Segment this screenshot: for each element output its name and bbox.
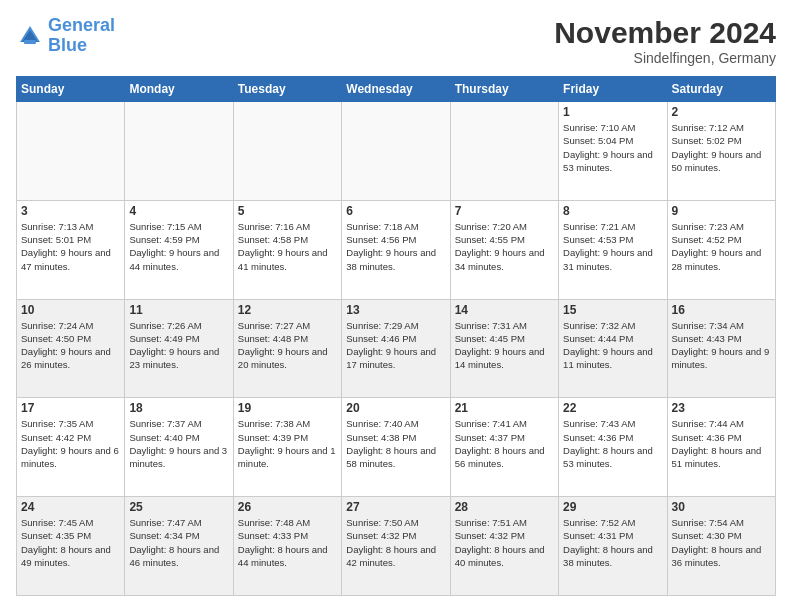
day-cell: 27Sunrise: 7:50 AMSunset: 4:32 PMDayligh… xyxy=(342,497,450,596)
day-cell: 13Sunrise: 7:29 AMSunset: 4:46 PMDayligh… xyxy=(342,299,450,398)
day-info: Sunrise: 7:29 AMSunset: 4:46 PMDaylight:… xyxy=(346,319,445,372)
logo-line2: Blue xyxy=(48,35,87,55)
daylight-label: Daylight: 8 hours xyxy=(129,544,203,555)
daylight-label: Daylight: 9 hours xyxy=(238,247,312,258)
day-info: Sunrise: 7:43 AMSunset: 4:36 PMDaylight:… xyxy=(563,417,662,470)
daylight-label: Daylight: 9 hours xyxy=(563,247,637,258)
page: General Blue November 2024 Sindelfingen,… xyxy=(0,0,792,612)
svg-rect-2 xyxy=(24,40,36,44)
day-number: 29 xyxy=(563,500,662,514)
day-cell: 10Sunrise: 7:24 AMSunset: 4:50 PMDayligh… xyxy=(17,299,125,398)
day-cell: 18Sunrise: 7:37 AMSunset: 4:40 PMDayligh… xyxy=(125,398,233,497)
day-cell xyxy=(342,102,450,201)
day-number: 16 xyxy=(672,303,771,317)
daylight-label: Daylight: 9 hours xyxy=(21,247,95,258)
day-info: Sunrise: 7:47 AMSunset: 4:34 PMDaylight:… xyxy=(129,516,228,569)
location: Sindelfingen, Germany xyxy=(554,50,776,66)
day-number: 11 xyxy=(129,303,228,317)
day-number: 10 xyxy=(21,303,120,317)
day-number: 23 xyxy=(672,401,771,415)
day-info: Sunrise: 7:31 AMSunset: 4:45 PMDaylight:… xyxy=(455,319,554,372)
daylight-label: Daylight: 8 hours xyxy=(563,544,637,555)
daylight-label: Daylight: 9 hours xyxy=(21,346,95,357)
day-cell: 23Sunrise: 7:44 AMSunset: 4:36 PMDayligh… xyxy=(667,398,775,497)
title-block: November 2024 Sindelfingen, Germany xyxy=(554,16,776,66)
day-info: Sunrise: 7:48 AMSunset: 4:33 PMDaylight:… xyxy=(238,516,337,569)
daylight-label: Daylight: 9 hours xyxy=(129,247,203,258)
logo: General Blue xyxy=(16,16,115,56)
day-cell: 15Sunrise: 7:32 AMSunset: 4:44 PMDayligh… xyxy=(559,299,667,398)
week-row-0: 1Sunrise: 7:10 AMSunset: 5:04 PMDaylight… xyxy=(17,102,776,201)
day-info: Sunrise: 7:40 AMSunset: 4:38 PMDaylight:… xyxy=(346,417,445,470)
day-info: Sunrise: 7:37 AMSunset: 4:40 PMDaylight:… xyxy=(129,417,228,470)
day-info: Sunrise: 7:44 AMSunset: 4:36 PMDaylight:… xyxy=(672,417,771,470)
col-header-wednesday: Wednesday xyxy=(342,77,450,102)
daylight-label: Daylight: 9 hours xyxy=(672,247,746,258)
day-number: 27 xyxy=(346,500,445,514)
day-number: 2 xyxy=(672,105,771,119)
day-cell: 22Sunrise: 7:43 AMSunset: 4:36 PMDayligh… xyxy=(559,398,667,497)
day-number: 26 xyxy=(238,500,337,514)
day-number: 20 xyxy=(346,401,445,415)
calendar: SundayMondayTuesdayWednesdayThursdayFrid… xyxy=(16,76,776,596)
daylight-label: Daylight: 8 hours xyxy=(455,445,529,456)
day-cell xyxy=(17,102,125,201)
day-number: 22 xyxy=(563,401,662,415)
day-cell: 6Sunrise: 7:18 AMSunset: 4:56 PMDaylight… xyxy=(342,200,450,299)
day-cell: 14Sunrise: 7:31 AMSunset: 4:45 PMDayligh… xyxy=(450,299,558,398)
day-cell: 4Sunrise: 7:15 AMSunset: 4:59 PMDaylight… xyxy=(125,200,233,299)
day-cell: 19Sunrise: 7:38 AMSunset: 4:39 PMDayligh… xyxy=(233,398,341,497)
col-header-monday: Monday xyxy=(125,77,233,102)
day-number: 18 xyxy=(129,401,228,415)
day-number: 19 xyxy=(238,401,337,415)
day-number: 28 xyxy=(455,500,554,514)
daylight-label: Daylight: 9 hours xyxy=(129,346,203,357)
day-cell xyxy=(125,102,233,201)
day-cell: 21Sunrise: 7:41 AMSunset: 4:37 PMDayligh… xyxy=(450,398,558,497)
daylight-label: Daylight: 8 hours xyxy=(238,544,312,555)
daylight-label: Daylight: 8 hours xyxy=(672,544,746,555)
daylight-label: Daylight: 9 hours xyxy=(672,346,746,357)
day-info: Sunrise: 7:38 AMSunset: 4:39 PMDaylight:… xyxy=(238,417,337,470)
day-number: 4 xyxy=(129,204,228,218)
day-cell xyxy=(233,102,341,201)
day-info: Sunrise: 7:52 AMSunset: 4:31 PMDaylight:… xyxy=(563,516,662,569)
col-header-saturday: Saturday xyxy=(667,77,775,102)
day-info: Sunrise: 7:45 AMSunset: 4:35 PMDaylight:… xyxy=(21,516,120,569)
day-number: 13 xyxy=(346,303,445,317)
week-row-4: 24Sunrise: 7:45 AMSunset: 4:35 PMDayligh… xyxy=(17,497,776,596)
week-row-1: 3Sunrise: 7:13 AMSunset: 5:01 PMDaylight… xyxy=(17,200,776,299)
daylight-label: Daylight: 8 hours xyxy=(672,445,746,456)
daylight-label: Daylight: 9 hours xyxy=(238,445,312,456)
day-number: 24 xyxy=(21,500,120,514)
day-cell: 1Sunrise: 7:10 AMSunset: 5:04 PMDaylight… xyxy=(559,102,667,201)
day-cell: 26Sunrise: 7:48 AMSunset: 4:33 PMDayligh… xyxy=(233,497,341,596)
day-info: Sunrise: 7:18 AMSunset: 4:56 PMDaylight:… xyxy=(346,220,445,273)
day-info: Sunrise: 7:16 AMSunset: 4:58 PMDaylight:… xyxy=(238,220,337,273)
day-number: 17 xyxy=(21,401,120,415)
daylight-label: Daylight: 9 hours xyxy=(346,247,420,258)
day-number: 21 xyxy=(455,401,554,415)
daylight-label: Daylight: 8 hours xyxy=(346,544,420,555)
day-info: Sunrise: 7:10 AMSunset: 5:04 PMDaylight:… xyxy=(563,121,662,174)
day-number: 5 xyxy=(238,204,337,218)
day-info: Sunrise: 7:15 AMSunset: 4:59 PMDaylight:… xyxy=(129,220,228,273)
day-cell: 16Sunrise: 7:34 AMSunset: 4:43 PMDayligh… xyxy=(667,299,775,398)
header: General Blue November 2024 Sindelfingen,… xyxy=(16,16,776,66)
col-header-thursday: Thursday xyxy=(450,77,558,102)
day-number: 25 xyxy=(129,500,228,514)
day-info: Sunrise: 7:35 AMSunset: 4:42 PMDaylight:… xyxy=(21,417,120,470)
day-number: 9 xyxy=(672,204,771,218)
day-number: 3 xyxy=(21,204,120,218)
daylight-label: Daylight: 9 hours xyxy=(672,149,746,160)
day-cell: 3Sunrise: 7:13 AMSunset: 5:01 PMDaylight… xyxy=(17,200,125,299)
day-cell: 12Sunrise: 7:27 AMSunset: 4:48 PMDayligh… xyxy=(233,299,341,398)
daylight-label: Daylight: 9 hours xyxy=(21,445,95,456)
day-info: Sunrise: 7:32 AMSunset: 4:44 PMDaylight:… xyxy=(563,319,662,372)
daylight-label: Daylight: 9 hours xyxy=(455,346,529,357)
day-number: 7 xyxy=(455,204,554,218)
col-header-tuesday: Tuesday xyxy=(233,77,341,102)
day-cell: 30Sunrise: 7:54 AMSunset: 4:30 PMDayligh… xyxy=(667,497,775,596)
day-info: Sunrise: 7:20 AMSunset: 4:55 PMDaylight:… xyxy=(455,220,554,273)
daylight-label: Daylight: 9 hours xyxy=(455,247,529,258)
